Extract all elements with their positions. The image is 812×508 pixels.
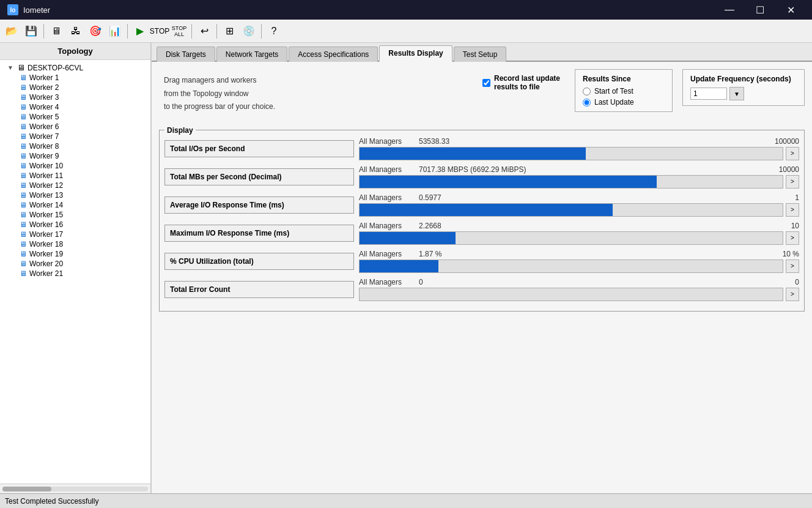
tab-network-targets[interactable]: Network Targets xyxy=(216,47,287,62)
metric-value-cpu-utilization: 1.87 % xyxy=(419,250,758,258)
worker-item[interactable]: 🖥Worker 1 xyxy=(17,73,150,83)
save-button[interactable]: 💾 xyxy=(22,22,40,40)
worker-item[interactable]: 🖥Worker 9 xyxy=(17,151,150,161)
bar-arrow-total-mbs[interactable]: > xyxy=(786,175,799,189)
open-button[interactable]: 📂 xyxy=(2,22,21,40)
close-button[interactable]: ✕ xyxy=(777,0,805,20)
record-checkbox[interactable] xyxy=(482,79,490,87)
tab-access-specifications[interactable]: Access Specifications xyxy=(289,47,378,62)
separator-3 xyxy=(191,24,192,39)
frequency-dropdown[interactable]: ▼ xyxy=(729,87,744,100)
scroll-thumb[interactable] xyxy=(2,487,51,491)
worker-item[interactable]: 🖥Worker 13 xyxy=(17,190,150,200)
sidebar-content[interactable]: ▼ 🖥 DESKTOP-6CVL 🖥Worker 1🖥Worker 2🖥Work… xyxy=(0,60,150,484)
grid-button[interactable]: ⊞ xyxy=(220,22,238,40)
chart-button[interactable]: 📊 xyxy=(106,22,124,40)
bar-fill-avg-io-response xyxy=(360,204,613,216)
radio-last[interactable]: Last Update xyxy=(583,98,665,106)
worker-item[interactable]: 🖥Worker 2 xyxy=(17,83,150,92)
metric-manager-max-io-response: All Managers xyxy=(359,222,414,230)
content-area: Disk TargetsNetwork TargetsAccess Specif… xyxy=(152,43,812,493)
worker-item[interactable]: 🖥Worker 4 xyxy=(17,102,150,112)
minimize-button[interactable]: — xyxy=(715,0,744,20)
bar-row-avg-io-response: > xyxy=(359,203,799,217)
worker-item[interactable]: 🖥Worker 6 xyxy=(17,122,150,132)
worker-item[interactable]: 🖥Worker 19 xyxy=(17,249,150,259)
tab-test-setup[interactable]: Test Setup xyxy=(454,47,507,62)
worker-label: Worker 14 xyxy=(29,201,63,209)
maximize-button[interactable]: ☐ xyxy=(746,0,774,20)
worker-button[interactable]: 🖧 xyxy=(67,22,85,40)
bar-fill-max-io-response xyxy=(360,232,456,244)
worker-item[interactable]: 🖥Worker 10 xyxy=(17,161,150,171)
root-label: DESKTOP-6CVL xyxy=(28,64,83,72)
worker-icon: 🖥 xyxy=(20,73,27,82)
metric-manager-avg-io-response: All Managers xyxy=(359,193,414,202)
bar-container-max-io-response xyxy=(359,231,783,245)
worker-item[interactable]: 🖥Worker 14 xyxy=(17,200,150,210)
bar-arrow-total-error-count[interactable]: > xyxy=(786,288,799,301)
metric-value-total-error-count: 0 xyxy=(419,278,758,286)
main-layout: Topology ▼ 🖥 DESKTOP-6CVL 🖥Worker 1🖥Work… xyxy=(0,43,812,493)
bar-row-max-io-response: > xyxy=(359,231,799,245)
stop-button[interactable]: STOP xyxy=(150,22,169,40)
worker-icon: 🖥 xyxy=(20,201,27,209)
worker-icon: 🖥 xyxy=(20,269,27,278)
metric-right-total-ios: All Managers53538.33100000> xyxy=(359,137,799,160)
bar-arrow-cpu-utilization[interactable]: > xyxy=(786,260,799,273)
bar-container-total-ios xyxy=(359,147,783,160)
metric-header-avg-io-response: All Managers0.59771 xyxy=(359,193,799,202)
worker-item[interactable]: 🖥Worker 12 xyxy=(17,181,150,190)
toolbar: 📂 💾 🖥 🖧 🎯 📊 ▶ STOP STOPALL ↩ ⊞ 💿 ? xyxy=(0,20,812,43)
bar-container-total-error-count xyxy=(359,288,783,301)
record-label[interactable]: Record last updateresults to file xyxy=(494,74,560,91)
target-button[interactable]: 🎯 xyxy=(86,22,105,40)
stop-all-button[interactable]: STOPALL xyxy=(170,22,188,40)
worker-label: Worker 4 xyxy=(29,103,59,111)
bar-container-cpu-utilization xyxy=(359,260,783,273)
metric-label-avg-io-response: Average I/O Response Time (ms) xyxy=(164,196,354,214)
tree-root-item[interactable]: ▼ 🖥 DESKTOP-6CVL xyxy=(5,62,150,73)
status-bar: Test Completed Successfully xyxy=(0,493,812,508)
metric-right-avg-io-response: All Managers0.59771> xyxy=(359,193,799,217)
tab-results-display[interactable]: Results Display xyxy=(379,45,452,62)
reset-button[interactable]: ↩ xyxy=(195,22,213,40)
worker-item[interactable]: 🖥Worker 3 xyxy=(17,92,150,102)
horizontal-scrollbar[interactable] xyxy=(0,484,150,493)
worker-item[interactable]: 🖥Worker 20 xyxy=(17,259,150,269)
worker-label: Worker 6 xyxy=(29,122,59,131)
help-button[interactable]: ? xyxy=(265,22,283,40)
separator-2 xyxy=(127,24,128,39)
radio-input-last[interactable] xyxy=(583,99,591,106)
metric-max-cpu-utilization: 10 % xyxy=(762,250,799,258)
tab-disk-targets[interactable]: Disk Targets xyxy=(157,47,215,62)
manager-button[interactable]: 🖥 xyxy=(47,22,65,40)
bar-arrow-total-ios[interactable]: > xyxy=(786,147,799,160)
worker-item[interactable]: 🖥Worker 7 xyxy=(17,132,150,141)
metric-value-total-mbs: 7017.38 MBPS (6692.29 MiBPS) xyxy=(419,165,758,174)
worker-item[interactable]: 🖥Worker 17 xyxy=(17,230,150,239)
worker-item[interactable]: 🖥Worker 18 xyxy=(17,239,150,249)
frequency-input[interactable] xyxy=(690,88,727,100)
start-button[interactable]: ▶ xyxy=(131,22,149,40)
worker-label: Worker 20 xyxy=(29,260,63,268)
worker-item[interactable]: 🖥Worker 16 xyxy=(17,220,150,230)
radio-start[interactable]: Start of Test xyxy=(583,87,665,95)
worker-item[interactable]: 🖥Worker 11 xyxy=(17,171,150,181)
metric-manager-total-ios: All Managers xyxy=(359,137,414,146)
worker-item[interactable]: 🖥Worker 15 xyxy=(17,210,150,220)
worker-label: Worker 18 xyxy=(29,240,63,248)
worker-icon: 🖥 xyxy=(20,93,27,102)
bar-arrow-max-io-response[interactable]: > xyxy=(786,231,799,245)
worker-label: Worker 12 xyxy=(29,181,63,190)
worker-item[interactable]: 🖥Worker 21 xyxy=(17,269,150,278)
disk-button[interactable]: 💿 xyxy=(240,22,258,40)
metric-max-total-mbs: 10000 xyxy=(762,165,799,174)
bar-arrow-avg-io-response[interactable]: > xyxy=(786,203,799,217)
radio-label-start: Start of Test xyxy=(594,87,633,95)
radio-input-start[interactable] xyxy=(583,88,591,95)
results-since-box: Results Since Start of TestLast Update xyxy=(575,69,673,112)
worker-item[interactable]: 🖥Worker 5 xyxy=(17,112,150,122)
metric-manager-total-mbs: All Managers xyxy=(359,165,414,174)
worker-item[interactable]: 🖥Worker 8 xyxy=(17,141,150,151)
